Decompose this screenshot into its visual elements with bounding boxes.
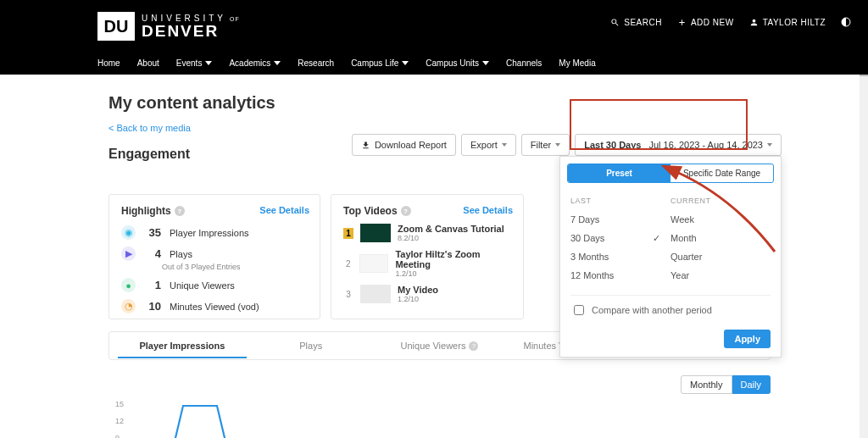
nav-research[interactable]: Research	[298, 58, 334, 68]
popover-mode-tabs: Preset Specific Date Range	[567, 164, 774, 183]
highlight-row-impressions: ◉ 35 Player Impressions	[121, 225, 308, 240]
y-tick: 12	[115, 417, 124, 425]
compare-checkbox-label[interactable]: Compare with another period	[570, 302, 771, 318]
highlight-row-plays: ▶ 4 Plays	[121, 247, 308, 261]
top-video-row[interactable]: 3 My Video1.2/10	[343, 285, 511, 303]
date-range-button[interactable]: Last 30 Days Jul 16, 2023 - Aug 14, 2023	[575, 134, 782, 156]
main-nav: Home About Events Academics Research Cam…	[97, 58, 596, 68]
search-label: SEARCH	[624, 18, 662, 27]
nav-events[interactable]: Events	[176, 58, 213, 68]
back-to-my-media-link[interactable]: < Back to my media	[108, 123, 191, 133]
plus-icon	[677, 18, 687, 27]
nav-mymedia[interactable]: My Media	[559, 58, 595, 68]
current-column: CURRENT Week Month Quarter Year	[670, 193, 771, 285]
info-icon[interactable]: ?	[175, 206, 185, 216]
top-bar: DU UNIVERSITYOF DENVER SEARCH ADD NEW TA…	[0, 0, 868, 75]
tab-player-impressions[interactable]: Player Impressions	[118, 341, 247, 351]
export-button[interactable]: Export	[461, 134, 516, 156]
rank-badge: 3	[343, 290, 353, 299]
highlight-row-minutes: ◔ 10 Minutes Viewed (vod)	[121, 299, 308, 313]
top-video-row[interactable]: 2 Taylor Hiltz's Zoom Meeting1.2/10	[343, 249, 511, 278]
current-heading: CURRENT	[670, 197, 771, 205]
preset-7-days[interactable]: 7 Days	[570, 210, 670, 229]
preset-tab[interactable]: Preset	[568, 164, 670, 182]
eye-icon: ◉	[121, 225, 136, 240]
download-report-button[interactable]: Download Report	[352, 134, 456, 156]
top-videos-title: Top Videos	[343, 205, 398, 217]
check-icon: ✓	[653, 233, 660, 244]
y-tick: 9	[115, 434, 120, 438]
page-title: My content analytics	[108, 93, 771, 113]
preset-month[interactable]: Month	[670, 229, 771, 247]
chart-line	[132, 401, 760, 438]
preset-quarter[interactable]: Quarter	[670, 247, 771, 266]
last-heading: LAST	[570, 197, 670, 205]
info-icon[interactable]: ?	[469, 341, 478, 351]
y-tick: 15	[115, 400, 124, 408]
user-icon: ●	[121, 278, 136, 292]
chevron-down-icon	[555, 143, 560, 147]
top-video-row[interactable]: 1 Zoom & Canvas Tutorial8.2/10	[343, 224, 511, 242]
nav-about[interactable]: About	[137, 58, 159, 68]
add-new-button[interactable]: ADD NEW	[677, 18, 734, 27]
brand[interactable]: DU UNIVERSITYOF DENVER	[97, 12, 240, 41]
nav-campusunits[interactable]: Campus Units	[426, 58, 489, 68]
time-granularity-toggle: Monthly Daily	[108, 375, 771, 394]
play-icon: ▶	[121, 247, 136, 261]
preset-30-days[interactable]: 30 Days✓	[570, 229, 670, 247]
nav-home[interactable]: Home	[97, 58, 120, 68]
clock-icon: ◔	[121, 299, 136, 313]
rank-badge: 2	[343, 259, 353, 269]
apply-button[interactable]: Apply	[724, 330, 771, 348]
chevron-down-icon	[402, 61, 409, 65]
highlights-card: Highlights? See Details ◉ 35 Player Impr…	[108, 194, 320, 319]
video-thumbnail	[360, 224, 391, 242]
preset-year[interactable]: Year	[670, 266, 771, 285]
nav-campuslife[interactable]: Campus Life	[351, 58, 409, 68]
date-range-popover: Preset Specific Date Range LAST 7 Days 3…	[559, 156, 782, 358]
brand-logo: DU	[97, 12, 135, 41]
preset-week[interactable]: Week	[670, 210, 771, 229]
top-videos-card: Top Videos? See Details 1 Zoom & Canvas …	[331, 194, 524, 319]
nav-academics[interactable]: Academics	[229, 58, 281, 68]
preset-12-months[interactable]: 12 Months	[570, 266, 670, 285]
filter-button[interactable]: Filter	[521, 134, 570, 156]
video-thumbnail	[359, 254, 388, 273]
video-thumbnail	[360, 285, 391, 303]
highlights-title: Highlights	[121, 205, 171, 217]
tab-unique-viewers[interactable]: Unique Viewers?	[376, 341, 504, 351]
analytics-toolbar: Download Report Export Filter Last 30 Da…	[352, 134, 782, 156]
user-name: TAYLOR HILTZ	[763, 18, 826, 27]
brand-text: UNIVERSITYOF DENVER	[142, 14, 240, 39]
page-content: My content analytics < Back to my media …	[0, 75, 868, 438]
chevron-down-icon	[274, 61, 281, 65]
compare-checkbox[interactable]	[574, 305, 584, 315]
chevron-down-icon	[482, 61, 489, 65]
user-icon	[749, 18, 759, 27]
preset-3-months[interactable]: 3 Months	[570, 247, 670, 266]
highlight-row-unique-viewers: ● 1 Unique Viewers	[121, 278, 308, 292]
daily-toggle[interactable]: Daily	[732, 375, 771, 394]
tab-plays[interactable]: Plays	[247, 341, 376, 351]
contrast-icon	[841, 17, 851, 27]
specific-date-range-tab[interactable]: Specific Date Range	[670, 164, 773, 182]
monthly-toggle[interactable]: Monthly	[681, 375, 732, 394]
info-icon[interactable]: ?	[401, 206, 411, 216]
add-new-label: ADD NEW	[691, 18, 734, 27]
user-menu[interactable]: TAYLOR HILTZ	[749, 18, 826, 27]
last-column: LAST 7 Days 30 Days✓ 3 Months 12 Months	[570, 193, 670, 285]
rank-badge: 1	[343, 228, 353, 239]
utility-nav: SEARCH ADD NEW TAYLOR HILTZ	[610, 17, 851, 27]
top-videos-see-details-link[interactable]: See Details	[463, 205, 513, 215]
chevron-down-icon	[502, 143, 507, 147]
chevron-down-icon	[767, 143, 772, 147]
theme-toggle[interactable]	[841, 17, 851, 27]
nav-channels[interactable]: Channels	[506, 58, 542, 68]
highlights-see-details-link[interactable]: See Details	[259, 205, 309, 215]
highlight-plays-sub: Out of 3 Played Entries	[162, 263, 308, 271]
search-button[interactable]: SEARCH	[610, 18, 662, 27]
chevron-down-icon	[205, 61, 212, 65]
download-icon	[361, 141, 370, 150]
line-chart: 15 12 9 6	[108, 401, 771, 438]
search-icon	[610, 18, 620, 27]
